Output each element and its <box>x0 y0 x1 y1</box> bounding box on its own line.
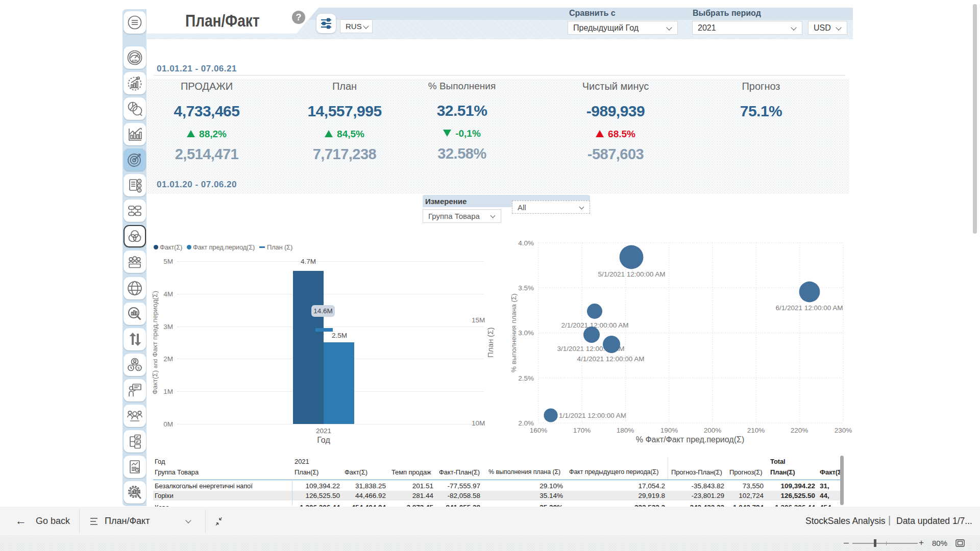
svg-text:2: 2 <box>138 184 140 187</box>
svg-text:$: $ <box>137 366 140 370</box>
svg-text:3: 3 <box>138 189 140 192</box>
svg-text:1: 1 <box>138 180 140 183</box>
svg-text:KPI: KPI <box>132 59 138 63</box>
